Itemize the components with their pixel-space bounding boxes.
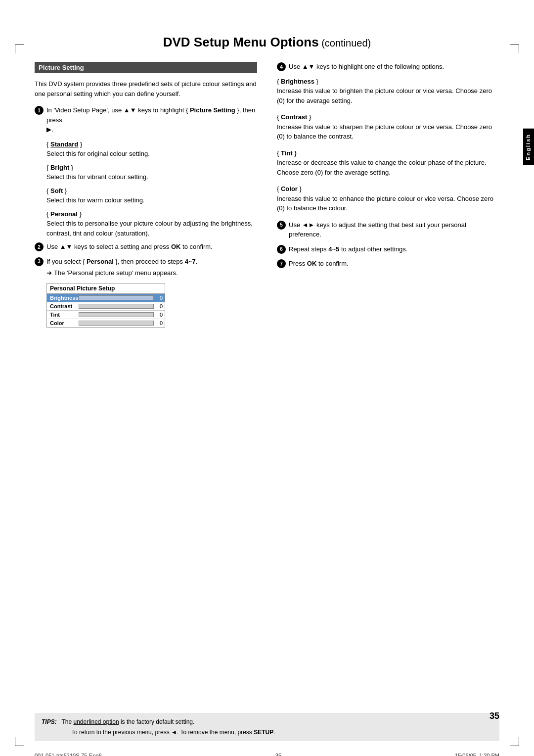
step-4: 4 Use ▲▼ keys to highlight one of the fo… [277,62,499,72]
step-2: 2 Use ▲▼ keys to select a setting and pr… [35,242,257,252]
page-number: 35 [490,711,499,721]
step-1-content: In 'Video Setup Page', use ▲▼ keys to hi… [46,105,257,135]
pps-label-contrast: Contrast [47,302,77,310]
right-option-brightness: { Brightness } Increase this value to br… [277,77,499,106]
pps-bar-bg-tint [79,312,154,317]
sub-option-standard: { Standard } Select this for original co… [46,140,257,159]
pps-table: Personal Picture Setup Brightness 0 Cont… [46,283,165,328]
step-2-content: Use ▲▼ keys to select a setting and pres… [46,242,257,252]
step-5: 5 Use ◄► keys to adjust the setting that… [277,220,499,239]
step-5-content: Use ◄► keys to adjust the setting that b… [289,220,499,239]
step-2-num: 2 [35,242,44,251]
step-3-arrow: ➜ The 'Personal picture setup' menu appe… [46,268,257,278]
step-1-num: 1 [35,106,44,115]
corner-mark-tr [510,45,519,53]
title-text: DVD Setup Menu Options [163,35,319,49]
pps-bar-color [77,320,156,327]
page-wrapper: English DVD Setup Menu Options (continue… [0,30,534,756]
two-col-layout: Picture Setting This DVD system provides… [35,62,499,328]
step-3: 3 If you select { Personal }, then proce… [35,257,257,278]
footer-center: 35 [275,753,281,756]
tips-section: TIPS: The underlined option is the facto… [35,713,499,741]
step-7-content: Press OK to confirm. [289,259,499,269]
pps-row-tint: Tint 0 [47,311,165,319]
right-option-color: { Color } Increase this value to enhance… [277,184,499,213]
content-area: DVD Setup Menu Options (continued) Pictu… [35,30,499,328]
step-6: 6 Repeat steps 4~5 to adjust other setti… [277,244,499,254]
tips-line1-indent: To return to the previous menu, press ◄.… [71,729,275,736]
col-left: Picture Setting This DVD system provides… [35,62,257,328]
tips-line1: The underlined option is the factory def… [61,718,194,725]
step-3-num: 3 [35,257,44,266]
right-option-tint: { Tint } Increase or decrease this value… [277,148,499,178]
arrow-text: The 'Personal picture setup' menu appear… [54,268,178,278]
sub-option-bright: { Bright } Select this for vibrant colou… [46,163,257,182]
corner-mark-br [510,737,519,746]
pps-label-tint: Tint [47,311,77,319]
pps-row-color: Color 0 [47,319,165,327]
step-1: 1 In 'Video Setup Page', use ▲▼ keys to … [35,105,257,135]
step-7-num: 7 [277,259,286,268]
pps-label-brightness: Brightness [47,294,77,302]
intro-text: This DVD system provides three predefine… [35,79,257,98]
step-4-content: Use ▲▼ keys to highlight one of the foll… [289,62,499,72]
pps-bar-bg-color [79,321,154,326]
step-3-content: If you select { Personal }, then proceed… [46,257,257,278]
pps-row-contrast: Contrast 0 [47,302,165,311]
pps-row-brightness: Brightness 0 [47,294,165,302]
step-7: 7 Press OK to confirm. [277,259,499,269]
pps-value-tint: 0 [156,312,165,318]
pps-bar-bg-contrast [79,304,154,309]
footer: 001-051-hts5310S-75-Eng6 35 15/06/05, 1:… [35,753,499,756]
corner-mark-tl [15,45,24,53]
step-4-num: 4 [277,62,286,71]
sub-option-soft: { Soft } Select this for warm colour set… [46,186,257,205]
pps-value-contrast: 0 [156,303,165,309]
pps-bar-tint [77,311,156,318]
sub-option-personal: { Personal } Select this to personalise … [46,209,257,238]
tips-label: TIPS: [42,718,57,725]
col-right: 4 Use ▲▼ keys to highlight one of the fo… [277,62,499,328]
corner-mark-bl [15,737,24,746]
pps-table-title: Personal Picture Setup [47,284,165,294]
section-header: Picture Setting [35,62,257,73]
pps-bar-bg-brightness [79,295,154,300]
title-continued: (continued) [319,38,371,48]
step-6-num: 6 [277,245,286,254]
right-option-contrast: { Contrast } Increase this value to shar… [277,112,499,142]
footer-right: 15/06/05, 1:20 PM [455,753,499,756]
english-tab: English [523,129,534,165]
step-5-num: 5 [277,221,286,230]
pps-value-color: 0 [156,320,165,326]
pps-bar-brightness [77,294,156,301]
footer-left: 001-051-hts5310S-75-Eng6 [35,753,102,756]
pps-bar-contrast [77,303,156,310]
pps-label-color: Color [47,319,77,327]
pps-value-brightness: 0 [156,295,165,301]
page-title: DVD Setup Menu Options (continued) [35,30,499,50]
arrow-sym: ➜ [46,268,52,278]
step-6-content: Repeat steps 4~5 to adjust other setting… [289,244,499,254]
